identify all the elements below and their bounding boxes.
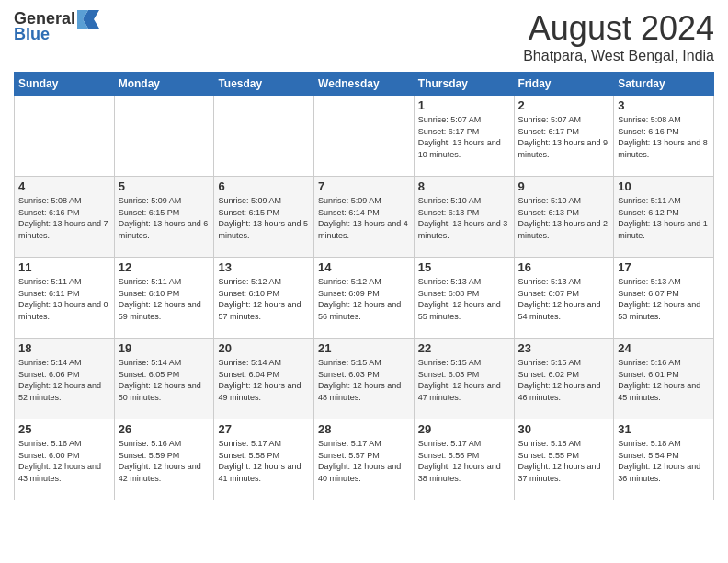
day-number: 16 bbox=[518, 260, 610, 274]
day-info: Sunrise: 5:08 AM Sunset: 6:16 PM Dayligh… bbox=[618, 114, 710, 160]
day-cell: 17Sunrise: 5:13 AM Sunset: 6:07 PM Dayli… bbox=[614, 258, 714, 339]
logo-flag-icon bbox=[77, 10, 99, 29]
week-row-1: 1Sunrise: 5:07 AM Sunset: 6:17 PM Daylig… bbox=[15, 96, 714, 177]
day-number: 27 bbox=[218, 422, 310, 436]
day-number: 26 bbox=[119, 422, 210, 436]
day-cell: 15Sunrise: 5:13 AM Sunset: 6:08 PM Dayli… bbox=[414, 258, 514, 339]
day-info: Sunrise: 5:09 AM Sunset: 6:14 PM Dayligh… bbox=[318, 195, 410, 241]
day-info: Sunrise: 5:14 AM Sunset: 6:06 PM Dayligh… bbox=[18, 357, 110, 403]
header-monday: Monday bbox=[114, 73, 214, 96]
day-info: Sunrise: 5:18 AM Sunset: 5:54 PM Dayligh… bbox=[618, 438, 710, 484]
day-number: 13 bbox=[218, 260, 310, 274]
day-info: Sunrise: 5:16 AM Sunset: 6:00 PM Dayligh… bbox=[18, 438, 110, 484]
day-number: 5 bbox=[119, 179, 210, 193]
day-info: Sunrise: 5:13 AM Sunset: 6:08 PM Dayligh… bbox=[418, 276, 510, 322]
day-info: Sunrise: 5:14 AM Sunset: 6:05 PM Dayligh… bbox=[119, 357, 210, 403]
day-cell: 7Sunrise: 5:09 AM Sunset: 6:14 PM Daylig… bbox=[314, 177, 415, 258]
day-number: 15 bbox=[418, 260, 510, 274]
day-info: Sunrise: 5:15 AM Sunset: 6:03 PM Dayligh… bbox=[318, 357, 410, 403]
day-cell: 12Sunrise: 5:11 AM Sunset: 6:10 PM Dayli… bbox=[114, 258, 214, 339]
day-cell bbox=[314, 96, 415, 177]
day-info: Sunrise: 5:10 AM Sunset: 6:13 PM Dayligh… bbox=[418, 195, 510, 241]
day-number: 14 bbox=[318, 260, 410, 274]
week-row-5: 25Sunrise: 5:16 AM Sunset: 6:00 PM Dayli… bbox=[15, 419, 714, 500]
day-cell: 24Sunrise: 5:16 AM Sunset: 6:01 PM Dayli… bbox=[614, 339, 714, 419]
day-info: Sunrise: 5:16 AM Sunset: 6:01 PM Dayligh… bbox=[618, 357, 710, 403]
day-number: 10 bbox=[618, 179, 710, 193]
week-row-4: 18Sunrise: 5:14 AM Sunset: 6:06 PM Dayli… bbox=[15, 339, 714, 419]
day-cell: 26Sunrise: 5:16 AM Sunset: 5:59 PM Dayli… bbox=[114, 419, 214, 500]
day-info: Sunrise: 5:09 AM Sunset: 6:15 PM Dayligh… bbox=[218, 195, 310, 241]
day-cell: 18Sunrise: 5:14 AM Sunset: 6:06 PM Dayli… bbox=[15, 339, 115, 419]
day-info: Sunrise: 5:09 AM Sunset: 6:15 PM Dayligh… bbox=[119, 195, 210, 241]
day-number: 4 bbox=[18, 179, 110, 193]
day-number: 20 bbox=[218, 341, 310, 355]
day-number: 31 bbox=[618, 422, 710, 436]
day-cell: 6Sunrise: 5:09 AM Sunset: 6:15 PM Daylig… bbox=[214, 177, 314, 258]
day-number: 11 bbox=[18, 260, 110, 274]
day-number: 22 bbox=[418, 341, 510, 355]
day-cell: 31Sunrise: 5:18 AM Sunset: 5:54 PM Dayli… bbox=[614, 419, 714, 500]
day-info: Sunrise: 5:12 AM Sunset: 6:10 PM Dayligh… bbox=[218, 276, 310, 322]
day-info: Sunrise: 5:13 AM Sunset: 6:07 PM Dayligh… bbox=[618, 276, 710, 322]
day-info: Sunrise: 5:11 AM Sunset: 6:10 PM Dayligh… bbox=[119, 276, 210, 322]
day-info: Sunrise: 5:15 AM Sunset: 6:03 PM Dayligh… bbox=[418, 357, 510, 403]
day-cell: 1Sunrise: 5:07 AM Sunset: 6:17 PM Daylig… bbox=[414, 96, 514, 177]
day-cell: 30Sunrise: 5:18 AM Sunset: 5:55 PM Dayli… bbox=[514, 419, 614, 500]
week-row-3: 11Sunrise: 5:11 AM Sunset: 6:11 PM Dayli… bbox=[15, 258, 714, 339]
day-number: 28 bbox=[318, 422, 410, 436]
day-cell bbox=[214, 96, 314, 177]
day-cell: 9Sunrise: 5:10 AM Sunset: 6:13 PM Daylig… bbox=[514, 177, 614, 258]
day-number: 6 bbox=[218, 179, 310, 193]
day-info: Sunrise: 5:07 AM Sunset: 6:17 PM Dayligh… bbox=[518, 114, 610, 160]
day-cell: 14Sunrise: 5:12 AM Sunset: 6:09 PM Dayli… bbox=[314, 258, 415, 339]
day-cell: 4Sunrise: 5:08 AM Sunset: 6:16 PM Daylig… bbox=[15, 177, 115, 258]
header-saturday: Saturday bbox=[614, 73, 714, 96]
day-number: 30 bbox=[518, 422, 610, 436]
day-cell: 10Sunrise: 5:11 AM Sunset: 6:12 PM Dayli… bbox=[614, 177, 714, 258]
week-row-2: 4Sunrise: 5:08 AM Sunset: 6:16 PM Daylig… bbox=[15, 177, 714, 258]
day-cell: 13Sunrise: 5:12 AM Sunset: 6:10 PM Dayli… bbox=[214, 258, 314, 339]
day-number: 2 bbox=[518, 98, 610, 112]
day-info: Sunrise: 5:13 AM Sunset: 6:07 PM Dayligh… bbox=[518, 276, 610, 322]
day-cell bbox=[114, 96, 214, 177]
day-number: 3 bbox=[618, 98, 710, 112]
day-info: Sunrise: 5:15 AM Sunset: 6:02 PM Dayligh… bbox=[518, 357, 610, 403]
day-cell: 2Sunrise: 5:07 AM Sunset: 6:17 PM Daylig… bbox=[514, 96, 614, 177]
day-cell: 21Sunrise: 5:15 AM Sunset: 6:03 PM Dayli… bbox=[314, 339, 415, 419]
day-number: 24 bbox=[618, 341, 710, 355]
day-number: 17 bbox=[618, 260, 710, 274]
day-cell: 11Sunrise: 5:11 AM Sunset: 6:11 PM Dayli… bbox=[15, 258, 115, 339]
header-tuesday: Tuesday bbox=[214, 73, 314, 96]
header-thursday: Thursday bbox=[414, 73, 514, 96]
day-number: 12 bbox=[119, 260, 210, 274]
day-info: Sunrise: 5:17 AM Sunset: 5:56 PM Dayligh… bbox=[418, 438, 510, 484]
header-friday: Friday bbox=[514, 73, 614, 96]
day-number: 8 bbox=[418, 179, 510, 193]
header-row: Sunday Monday Tuesday Wednesday Thursday… bbox=[15, 73, 714, 96]
logo: General Blue bbox=[14, 9, 99, 44]
day-number: 1 bbox=[418, 98, 510, 112]
day-number: 18 bbox=[18, 341, 110, 355]
day-cell: 19Sunrise: 5:14 AM Sunset: 6:05 PM Dayli… bbox=[114, 339, 214, 419]
month-year-title: August 2024 bbox=[523, 9, 714, 48]
day-info: Sunrise: 5:16 AM Sunset: 5:59 PM Dayligh… bbox=[119, 438, 210, 484]
day-number: 25 bbox=[18, 422, 110, 436]
header: General Blue August 2024 Bhatpara, West … bbox=[14, 9, 714, 64]
calendar-table: Sunday Monday Tuesday Wednesday Thursday… bbox=[14, 72, 714, 500]
day-info: Sunrise: 5:11 AM Sunset: 6:12 PM Dayligh… bbox=[618, 195, 710, 241]
title-block: August 2024 Bhatpara, West Bengal, India bbox=[523, 9, 714, 64]
day-info: Sunrise: 5:07 AM Sunset: 6:17 PM Dayligh… bbox=[418, 114, 510, 160]
header-sunday: Sunday bbox=[15, 73, 115, 96]
day-cell: 25Sunrise: 5:16 AM Sunset: 6:00 PM Dayli… bbox=[15, 419, 115, 500]
day-cell: 27Sunrise: 5:17 AM Sunset: 5:58 PM Dayli… bbox=[214, 419, 314, 500]
logo-blue-text: Blue bbox=[14, 25, 50, 44]
day-number: 19 bbox=[119, 341, 210, 355]
day-number: 23 bbox=[518, 341, 610, 355]
day-cell: 3Sunrise: 5:08 AM Sunset: 6:16 PM Daylig… bbox=[614, 96, 714, 177]
day-number: 9 bbox=[518, 179, 610, 193]
day-info: Sunrise: 5:18 AM Sunset: 5:55 PM Dayligh… bbox=[518, 438, 610, 484]
header-wednesday: Wednesday bbox=[314, 73, 415, 96]
day-cell: 28Sunrise: 5:17 AM Sunset: 5:57 PM Dayli… bbox=[314, 419, 415, 500]
day-info: Sunrise: 5:08 AM Sunset: 6:16 PM Dayligh… bbox=[18, 195, 110, 241]
